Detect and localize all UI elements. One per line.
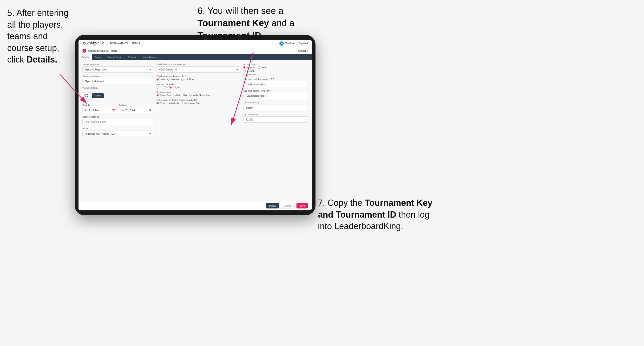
round-2-radio[interactable] bbox=[163, 86, 165, 88]
tab-results[interactable]: Results bbox=[125, 54, 139, 60]
format-6count4-radio[interactable] bbox=[244, 70, 246, 72]
third-party-1-input[interactable]: Leaderboard King × bbox=[244, 81, 308, 87]
tournament-key-input[interactable] bbox=[244, 105, 308, 111]
name-group: Tournament name bbox=[82, 75, 153, 84]
gender-mens[interactable]: Mens bbox=[156, 78, 165, 81]
tournament-id-group: Tournament ID bbox=[244, 113, 308, 123]
start-date-wrap: 📅 bbox=[82, 107, 117, 113]
sign-out-link[interactable]: Sign out bbox=[299, 42, 308, 45]
end-date-input[interactable] bbox=[119, 107, 153, 113]
format-group: Format type 5 count 4 bbox=[244, 63, 308, 75]
format-6count5[interactable]: 6 count 5 bbox=[244, 73, 256, 75]
leaderboard-king-tag-1: Leaderboard King × bbox=[246, 83, 267, 86]
individuals-only[interactable]: Individuals Only bbox=[182, 102, 200, 104]
round-2[interactable]: 2 bbox=[163, 86, 167, 88]
nav-teams[interactable]: TEAMS bbox=[132, 42, 140, 45]
remove-tag-1[interactable]: × bbox=[265, 83, 266, 85]
start-date-label: Start date bbox=[82, 104, 117, 106]
round-4[interactable]: 4 bbox=[175, 86, 180, 88]
calendar-icon-2: 📅 bbox=[148, 109, 152, 112]
round-4-radio[interactable] bbox=[175, 86, 178, 88]
round-3[interactable]: 3 bbox=[169, 86, 174, 88]
annotation-bottom-right: 7. Copy the Tournament Key and Tournamen… bbox=[318, 197, 434, 232]
nav-tournaments[interactable]: TOURNAMENTS bbox=[110, 42, 128, 45]
venue-select[interactable]: Peachtree GC - Atlanta - GA bbox=[82, 131, 153, 137]
tab-leaderboards[interactable]: Leaderboards bbox=[139, 54, 160, 60]
brand-name: SCOREBOARD bbox=[82, 41, 104, 44]
format-section: 5 count 4 6 count 4 6 count 5 bbox=[244, 66, 308, 75]
name-input[interactable] bbox=[82, 78, 153, 84]
gender-womens-radio[interactable] bbox=[168, 78, 170, 81]
format-5count4-radio[interactable] bbox=[244, 66, 246, 69]
save-button[interactable]: Save bbox=[296, 203, 308, 208]
division-group: Which division is the event for? NCAA Di… bbox=[156, 63, 240, 73]
round-1[interactable]: 1 bbox=[156, 86, 161, 88]
division-label: Which division is the event for? bbox=[156, 63, 240, 66]
gender-group: Which gender is the event for? Mens Wome… bbox=[156, 75, 240, 81]
start-date-group: Start date 📅 bbox=[82, 104, 117, 113]
end-date-group: End date 📅 bbox=[119, 104, 153, 113]
start-date-input[interactable] bbox=[82, 107, 117, 113]
scoring-match[interactable]: Match Play bbox=[173, 94, 187, 96]
tab-teams[interactable]: Teams bbox=[92, 54, 104, 60]
date-row: Start date 📅 End date 📅 bbox=[82, 104, 153, 113]
gender-mens-radio[interactable] bbox=[156, 78, 159, 81]
rounds-row: 1 2 3 4 bbox=[156, 86, 240, 88]
tournament-header: C Clippd Invitational (Men) Cancel × bbox=[78, 47, 312, 54]
logo-upload: C Upload bbox=[82, 90, 153, 101]
gender-combined[interactable]: Combined bbox=[181, 78, 194, 81]
scoring-medal[interactable]: Medal Match Play bbox=[189, 94, 210, 96]
teams-plus-individuals[interactable]: Teams (+Individuals) bbox=[156, 102, 180, 104]
third-party-1-label: Use third-party live scoring API? bbox=[244, 78, 308, 80]
teams-radio[interactable] bbox=[156, 102, 159, 104]
tab-course-setup[interactable]: Course Setup bbox=[104, 54, 125, 60]
scoring-medal-radio[interactable] bbox=[189, 94, 192, 96]
tournament-key-group: Tournament Key bbox=[244, 101, 308, 111]
form-col-right: Format type 5 count 4 bbox=[244, 63, 308, 137]
format-6count5-radio[interactable] bbox=[244, 73, 246, 75]
tablet-frame: SCOREBOARD Powered by clippd TOURNAMENTS… bbox=[75, 35, 316, 215]
form-col-left: Tournament Host Clippd College - Men Tou… bbox=[82, 63, 153, 137]
gender-radio-group: Mens Womens Combined bbox=[156, 78, 240, 81]
annotation-bottom-right-text: 7. Copy the Tournament Key and Tournamen… bbox=[318, 198, 432, 231]
third-party-2-input[interactable]: Leaderboard King × bbox=[244, 93, 308, 99]
gender-label: Which gender is the event for? bbox=[156, 75, 240, 77]
format-col-1: 5 count 4 6 count 4 6 count 5 bbox=[244, 66, 256, 75]
scoring-stroke[interactable]: Stroke Play bbox=[156, 94, 171, 96]
round-1-radio[interactable] bbox=[156, 86, 159, 88]
scoring-stroke-radio[interactable] bbox=[156, 94, 159, 96]
format-5count4[interactable]: 5 count 4 bbox=[244, 66, 256, 69]
host-group: Tournament Host Clippd College - Men bbox=[82, 63, 153, 73]
division-select[interactable]: NCAA Division III bbox=[156, 66, 240, 73]
venue-label: Venue bbox=[82, 127, 153, 130]
sponsor-input[interactable] bbox=[82, 119, 153, 125]
tab-bar: Details Teams Course Setup Results Leade… bbox=[78, 54, 312, 60]
format-other-radio[interactable] bbox=[258, 66, 260, 69]
tab-details[interactable]: Details bbox=[78, 54, 92, 60]
host-select[interactable]: Clippd College - Men bbox=[82, 66, 153, 73]
logo-c-letter: C bbox=[84, 93, 88, 99]
cancel-button[interactable]: Cancel bbox=[281, 203, 294, 208]
upload-button[interactable]: Upload bbox=[92, 93, 104, 98]
format-6count4[interactable]: 6 count 4 bbox=[244, 70, 256, 72]
rounds-group: Number of rounds 1 2 bbox=[156, 83, 240, 88]
format-other[interactable]: Other bbox=[258, 66, 266, 69]
teams-label: Is this event for Teams and/or Individua… bbox=[156, 99, 240, 101]
format-col-2: Other bbox=[258, 66, 266, 75]
tournament-id-input[interactable] bbox=[244, 116, 308, 123]
delete-button[interactable]: Delete bbox=[266, 203, 279, 208]
scoring-match-radio[interactable] bbox=[173, 94, 176, 96]
form-footer: Delete Cancel Save bbox=[78, 201, 312, 210]
cancel-x-button[interactable]: Cancel × bbox=[298, 49, 308, 52]
remove-tag-2[interactable]: × bbox=[265, 95, 266, 97]
tablet-screen: SCOREBOARD Powered by clippd TOURNAMENTS… bbox=[78, 40, 312, 210]
gender-womens[interactable]: Womens bbox=[168, 78, 179, 81]
sponsor-group: Sponsor (optional) bbox=[82, 116, 153, 125]
annotation-top-right-text: 6. You will then see a Tournament Key an… bbox=[198, 6, 294, 41]
individuals-radio[interactable] bbox=[182, 102, 184, 104]
tournament-title: Clippd Invitational (Men) bbox=[88, 49, 117, 52]
round-3-radio[interactable] bbox=[169, 86, 172, 88]
gender-combined-radio[interactable] bbox=[181, 78, 184, 81]
host-label: Tournament Host bbox=[82, 63, 153, 66]
logo-group: Tournament logo C Upload bbox=[82, 87, 153, 101]
